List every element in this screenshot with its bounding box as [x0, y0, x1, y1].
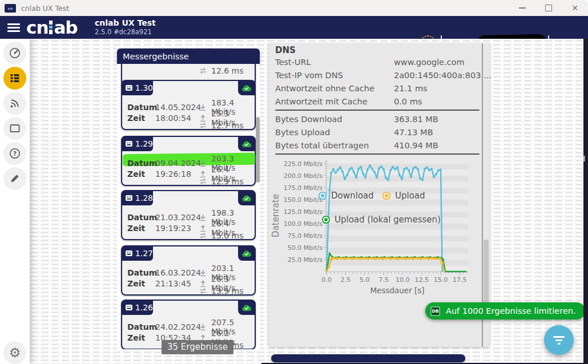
cloud-ok-icon: [241, 250, 252, 257]
gear-icon: ⚙: [9, 346, 21, 359]
ping-swap-icon: [199, 288, 211, 294]
result-number-badge: 1.30: [122, 80, 153, 95]
result-card[interactable]: 1.28 Datum 21.03.2024 198.3 Mbit/s Zeit …: [121, 190, 256, 240]
detail-label: Bytes Download: [275, 115, 342, 124]
pencil-icon: [9, 173, 21, 184]
sidebar-item-help[interactable]: ?: [3, 142, 26, 165]
ping-value: 12.6 ms: [211, 66, 255, 75]
results-panel-header: Messergebnisse: [117, 48, 260, 64]
result-number: 1.26: [135, 303, 153, 312]
workspace: ? ⚙ Messergebnisse: [0, 39, 588, 364]
detail-value: 0.0 ms: [394, 97, 422, 106]
detail-label: Test-URL: [275, 58, 311, 67]
svg-text:15.0: 15.0: [434, 276, 448, 284]
detail-value: 410.94 MB: [394, 141, 438, 150]
minimize-button[interactable]: [509, 0, 535, 16]
limit-button-label: Auf 1000 Ergebnisse limitieren.: [446, 306, 576, 316]
menu-icon[interactable]: [7, 23, 20, 34]
next-section-header[interactable]: [271, 354, 465, 362]
detail-value: 363.81 MB: [394, 115, 438, 124]
result-number: 1.29: [135, 139, 153, 148]
detail-value: 47.13 MB: [394, 128, 433, 137]
bytes-rows: Bytes Download 363.81 MB Bytes Upload 47…: [268, 115, 490, 154]
logo-l-glyph: [49, 19, 53, 34]
ping-value: 13.9 ms: [211, 286, 252, 296]
dns-rows: Test-URL www.google.com Test-IP vom DNS …: [268, 58, 490, 110]
ping-value: 15.0 ms: [211, 231, 252, 240]
ping-value: 12.9 ms: [211, 177, 252, 186]
svg-text:25.0 Mbit/s: 25.0 Mbit/s: [288, 256, 323, 264]
database-icon: DB: [430, 306, 441, 317]
result-number-badge: 1.29: [122, 136, 153, 151]
detail-label: Antwortzeit mit Cache: [275, 97, 368, 106]
result-card[interactable]: 1.30 Datum 14.05.2024 183.4 Mbit/s Zeit …: [121, 80, 256, 130]
sidebar-item-live-measurement[interactable]: [3, 92, 26, 115]
result-card[interactable]: 1.29 Datum 09.04.2024 203.3 Mbit/s Zeit …: [121, 136, 256, 186]
limit-results-button[interactable]: DB Auf 1000 Ergebnisse limitieren.: [425, 302, 585, 319]
detail-row: Antwortzeit mit Cache 0.0 ms: [268, 97, 490, 110]
app-favicon-icon: cn: [5, 4, 16, 13]
svg-text:?: ?: [13, 150, 17, 157]
detail-row: Bytes total übertragen 410.94 MB: [268, 141, 490, 154]
detail-row: Test-URL www.google.com: [268, 58, 490, 71]
download-legend-radio[interactable]: [319, 192, 327, 200]
close-icon: ✕: [571, 4, 578, 12]
detail-label: Antwortzeit ohne Cache: [275, 84, 374, 93]
app-version: 2.5.0 #dc28a921: [95, 28, 156, 36]
svg-text:225.0 Mbit/s: 225.0 Mbit/s: [284, 160, 323, 168]
results-scrollbar-thumb[interactable]: [256, 117, 260, 183]
close-button[interactable]: ✕: [562, 0, 588, 16]
results-panel: Messergebnisse 12.6 ms 1.30: [117, 48, 260, 349]
speed-chart: 25.0 Mbit/s50.0 Mbit/s75.0 Mbit/s100.0 M…: [269, 156, 486, 297]
titlebar: cn cnlab UX Test ✕: [0, 0, 588, 16]
result-card[interactable]: 1.27 Datum 16.03.2024 203.1 Mbit/s Zeit …: [121, 245, 256, 296]
cloud-tab: [238, 191, 255, 205]
sidebar-item-annotate[interactable]: [3, 167, 26, 190]
svg-text:7.5: 7.5: [378, 276, 389, 284]
cloud-tab: [238, 246, 255, 261]
cloud-ok-icon: [241, 304, 252, 312]
details-scrollbar-track: [482, 43, 483, 347]
legend-item-upload-local: Upload (lokal gemessen): [322, 215, 441, 225]
detail-value: www.google.com: [394, 58, 465, 67]
upload-local-legend-radio[interactable]: [322, 216, 330, 224]
ping-swap-icon: [199, 67, 211, 74]
ping-swap-icon: [199, 232, 211, 239]
ping-swap-icon: [199, 178, 211, 185]
svg-text:2.5: 2.5: [341, 276, 351, 284]
sidebar-item-results[interactable]: [3, 67, 26, 90]
svg-text:0.0: 0.0: [321, 276, 332, 284]
svg-text:17.5: 17.5: [453, 276, 467, 284]
detail-row: Test-IP vom DNS 2a00:1450:400a:803:...: [268, 71, 490, 84]
svg-text:175.0 Mbit/s: 175.0 Mbit/s: [284, 184, 323, 192]
svg-text:200.0 Mbit/s: 200.0 Mbit/s: [284, 172, 323, 180]
app-header: cn ab cnlab UX Test 2.5.0 #dc28a921 User…: [0, 16, 588, 39]
maximize-button[interactable]: [535, 0, 562, 16]
dns-section-title: DNS: [275, 45, 296, 55]
svg-text:75.0 Mbit/s: 75.0 Mbit/s: [288, 232, 323, 240]
minimize-icon: [519, 7, 526, 9]
svg-text:50.0 Mbit/s: 50.0 Mbit/s: [288, 244, 323, 252]
filter-fab-button[interactable]: [544, 325, 574, 355]
cloud-tab: [238, 300, 255, 315]
cloud-tab: [238, 80, 255, 95]
measurement-icon: [126, 85, 132, 91]
maximize-icon: [545, 5, 552, 11]
legend-item-upload: Upload: [382, 191, 425, 201]
cloud-ok-icon: [241, 140, 252, 148]
measurement-icon: [126, 250, 132, 256]
sidebar-item-browser[interactable]: [3, 117, 26, 140]
svg-text:125.0 Mbit/s: 125.0 Mbit/s: [284, 208, 323, 216]
result-number-badge: 1.28: [122, 191, 153, 205]
sidebar-item-dashboard[interactable]: [3, 42, 26, 64]
detail-value: 2a00:1450:400a:803:...: [394, 71, 492, 80]
cnlab-logo: cn ab: [26, 17, 78, 38]
result-number: 1.28: [135, 193, 153, 203]
result-number: 1.30: [135, 83, 153, 92]
sidebar-item-settings[interactable]: ⚙: [3, 341, 26, 364]
detail-value: 21.1 ms: [394, 84, 428, 93]
legend-label: Upload: [395, 191, 425, 201]
upload-legend-radio[interactable]: [382, 192, 390, 200]
section-divider: [275, 110, 480, 111]
detail-row: Antwortzeit ohne Cache 21.1 ms: [268, 84, 490, 97]
